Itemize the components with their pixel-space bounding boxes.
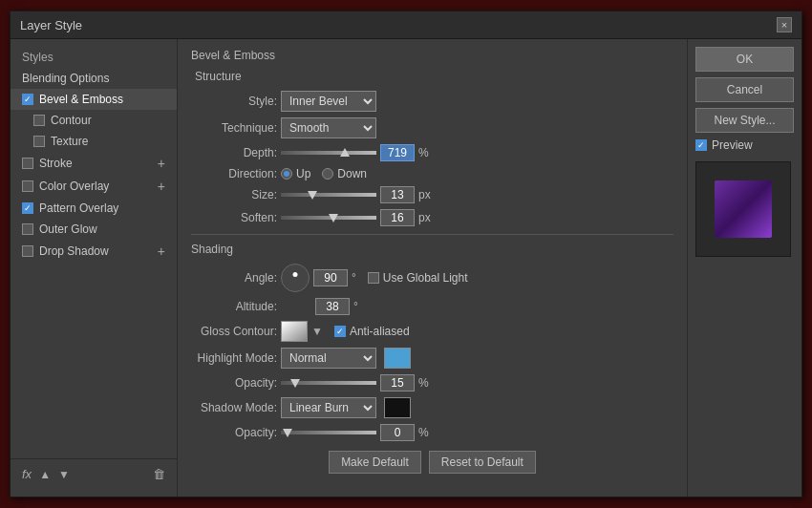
sidebar-item-outer-glow[interactable]: Outer Glow	[11, 219, 177, 240]
soften-unit: px	[418, 211, 431, 224]
shadow-opacity-thumb[interactable]	[283, 429, 292, 437]
delete-button[interactable]: 🗑	[153, 467, 165, 481]
structure-label: Structure	[195, 70, 673, 83]
shadow-opacity-input[interactable]	[380, 424, 415, 441]
soften-input[interactable]	[380, 209, 415, 226]
contour-checkbox[interactable]	[33, 115, 45, 126]
reset-to-default-button[interactable]: Reset to Default	[429, 451, 536, 474]
sidebar-item-bevel-emboss[interactable]: Bevel & Emboss	[11, 89, 177, 110]
shadow-opacity-label: Opacity:	[191, 426, 277, 439]
angle-unit: °	[352, 271, 356, 285]
anti-aliased-checkbox[interactable]	[334, 326, 346, 337]
sidebar-item-contour[interactable]: Contour	[11, 110, 177, 131]
stroke-add-icon[interactable]: +	[158, 156, 165, 171]
highlight-opacity-slider[interactable]	[281, 376, 376, 390]
title-bar: Layer Style ×	[11, 11, 801, 39]
new-style-button[interactable]: New Style...	[695, 108, 794, 133]
size-slider[interactable]	[281, 188, 376, 201]
direction-up-label: Up	[296, 167, 310, 180]
shadow-opacity-row: Opacity: %	[191, 424, 673, 441]
angle-row: Angle: ° Use Global Light	[191, 264, 673, 292]
highlight-mode-label: Highlight Mode:	[191, 351, 277, 365]
gloss-contour-swatch[interactable]	[281, 321, 308, 342]
drop-shadow-checkbox[interactable]	[22, 245, 33, 257]
use-global-light-checkbox[interactable]	[368, 272, 379, 284]
make-default-button[interactable]: Make Default	[329, 451, 421, 474]
soften-slider[interactable]	[281, 211, 376, 224]
altitude-row: Altitude: °	[191, 298, 673, 315]
size-thumb[interactable]	[308, 191, 317, 200]
highlight-mode-select[interactable]: Normal Screen Overlay	[281, 348, 376, 369]
style-select[interactable]: Inner Bevel Outer Bevel Emboss Pillow Em…	[281, 91, 376, 112]
shadow-opacity-slider[interactable]	[281, 426, 376, 439]
gloss-contour-row: Gloss Contour: ▼ Anti-aliased	[191, 321, 673, 342]
sidebar-item-texture[interactable]: Texture	[11, 131, 177, 152]
highlight-color-swatch[interactable]	[384, 348, 411, 369]
sidebar-item-drop-shadow[interactable]: Drop Shadow +	[11, 240, 177, 263]
shadow-color-swatch[interactable]	[384, 397, 411, 418]
anti-aliased-label: Anti-aliased	[350, 325, 410, 338]
direction-up-dot	[281, 168, 292, 180]
drop-shadow-add-icon[interactable]: +	[158, 243, 165, 259]
blending-options-label: Blending Options	[22, 72, 109, 85]
gloss-contour-label: Gloss Contour:	[191, 325, 277, 338]
shadow-mode-select[interactable]: Linear Burn Normal Multiply	[281, 397, 376, 418]
preview-square	[715, 180, 772, 238]
sidebar: Styles Blending Options Bevel & Emboss C…	[11, 39, 178, 497]
altitude-unit: °	[353, 300, 358, 313]
use-global-light-row[interactable]: Use Global Light	[368, 271, 468, 285]
outer-glow-checkbox[interactable]	[22, 223, 33, 235]
color-overlay-add-icon[interactable]: +	[158, 179, 165, 194]
gloss-contour-dropdown-icon[interactable]: ▼	[311, 325, 323, 338]
direction-down-radio[interactable]: Down	[322, 167, 367, 180]
sidebar-item-color-overlay[interactable]: Color Overlay +	[11, 175, 177, 198]
shadow-mode-label: Shadow Mode:	[191, 401, 277, 414]
size-row: Size: px	[191, 186, 673, 203]
move-up-button[interactable]: ▲	[39, 468, 51, 481]
soften-thumb[interactable]	[329, 214, 338, 222]
layer-style-dialog: Layer Style × Styles Blending Options Be…	[10, 11, 802, 497]
depth-thumb[interactable]	[340, 148, 350, 157]
cancel-button[interactable]: Cancel	[695, 77, 794, 102]
direction-down-label: Down	[337, 167, 367, 180]
move-down-button[interactable]: ▼	[58, 468, 70, 481]
highlight-mode-row: Highlight Mode: Normal Screen Overlay	[191, 348, 673, 369]
divider1	[191, 234, 673, 235]
style-row: Style: Inner Bevel Outer Bevel Emboss Pi…	[191, 91, 673, 112]
main-content: Bevel & Emboss Structure Style: Inner Be…	[178, 39, 687, 497]
angle-label: Angle:	[191, 271, 277, 285]
preview-row[interactable]: Preview	[695, 138, 794, 152]
color-overlay-label: Color Overlay	[39, 180, 109, 193]
color-overlay-checkbox[interactable]	[22, 180, 33, 192]
bevel-emboss-label: Bevel & Emboss	[39, 93, 123, 106]
stroke-checkbox[interactable]	[22, 158, 33, 169]
highlight-opacity-thumb[interactable]	[290, 379, 300, 388]
direction-up-radio[interactable]: Up	[281, 167, 310, 180]
sidebar-item-pattern-overlay[interactable]: Pattern Overlay	[11, 198, 177, 219]
anti-aliased-row[interactable]: Anti-aliased	[334, 325, 410, 338]
angle-wheel[interactable]	[281, 264, 310, 292]
bevel-emboss-checkbox[interactable]	[22, 94, 33, 105]
shading-label: Shading	[191, 243, 673, 256]
direction-down-dot	[322, 168, 333, 180]
technique-row: Technique: Smooth Chisel Hard Chisel Sof…	[191, 117, 673, 138]
preview-checkbox[interactable]	[695, 139, 707, 151]
sidebar-item-blending-options[interactable]: Blending Options	[11, 68, 177, 89]
drop-shadow-label: Drop Shadow	[39, 244, 109, 258]
texture-checkbox[interactable]	[33, 136, 45, 147]
altitude-input[interactable]	[315, 298, 350, 315]
pattern-overlay-checkbox[interactable]	[22, 202, 33, 214]
highlight-opacity-input[interactable]	[380, 374, 415, 392]
sidebar-footer: fx ▲ ▼ 🗑	[11, 458, 177, 489]
ok-button[interactable]: OK	[695, 47, 794, 72]
angle-dot	[293, 272, 298, 277]
fx-button[interactable]: fx	[22, 467, 32, 481]
stroke-label: Stroke	[39, 157, 73, 170]
angle-input[interactable]	[313, 269, 348, 286]
depth-slider[interactable]	[281, 146, 376, 159]
sidebar-item-stroke[interactable]: Stroke +	[11, 152, 177, 175]
size-input[interactable]	[380, 186, 415, 203]
technique-select[interactable]: Smooth Chisel Hard Chisel Soft	[281, 117, 376, 138]
depth-input[interactable]	[380, 144, 415, 161]
close-button[interactable]: ×	[777, 17, 792, 32]
